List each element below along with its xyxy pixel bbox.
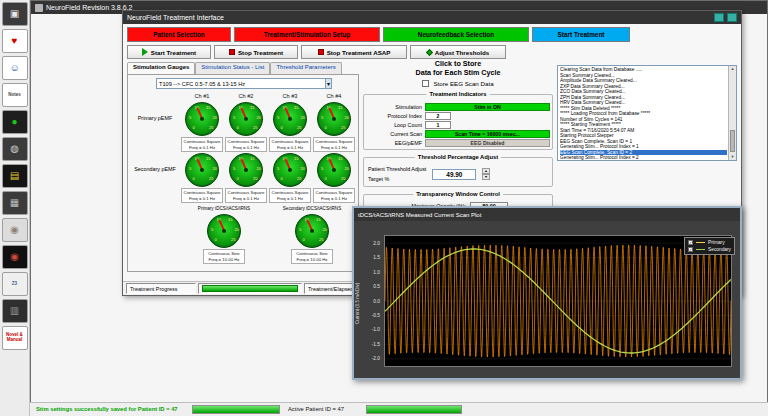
legend-swatch — [696, 249, 705, 251]
nav-start-treatment[interactable]: Start Treatment — [532, 27, 630, 42]
app-statusbar: Stim settings successfully saved for Pat… — [30, 402, 768, 416]
gauge-scale-number: 15 — [294, 157, 298, 161]
tab-stimulation-status-list[interactable]: Stimulation Status - List — [195, 62, 270, 74]
store-eeg-checkbox-row[interactable]: Store EEG Scan Data — [361, 80, 555, 87]
scroll-down-icon[interactable]: ▼ — [729, 154, 736, 160]
scroll-up-icon[interactable]: ▲ — [729, 66, 736, 72]
novel-manual-button[interactable]: Novel & Manual — [2, 326, 28, 350]
hardware-icon[interactable]: ▤ — [2, 164, 28, 188]
nav-patient-selection[interactable]: Patient Selection — [127, 27, 231, 42]
z-score-icon[interactable]: Z3 — [2, 272, 28, 296]
spinner-down-button[interactable]: ▼ — [482, 174, 489, 180]
brain-icon[interactable]: ◉ — [2, 218, 28, 242]
gauge-scale-number: 5 — [211, 228, 213, 232]
protocol-selector-value: T109 --> CFC 0.5-7.05 & 13-15 Hz — [159, 81, 245, 87]
keypad-icon[interactable]: ▦ — [2, 191, 28, 215]
threshold-percentage-group: Threshold Percentage Adjust Patient Thre… — [363, 157, 553, 187]
channel-header: Ch #4 — [327, 93, 342, 99]
legend-row-secondary[interactable]: ✓Secondary — [688, 246, 731, 253]
play-icon — [142, 48, 148, 56]
toolbar-adjust-thresholds[interactable]: Adjust Thresholds — [410, 45, 506, 59]
diamond-icon — [426, 48, 433, 55]
nav-treatment-stimulation-setup[interactable]: Treatment/Stimulation Setup — [234, 27, 380, 42]
eeg-cap-icon[interactable]: ◍ — [2, 137, 28, 161]
toolbar-row: Start TreatmentStop TreatmentStop Treatm… — [127, 45, 506, 59]
gauge-scale-number: 25 — [319, 238, 323, 242]
heart-hand-icon[interactable]: ♥ — [2, 29, 28, 53]
tabs-row: Stimulation GaugesStimulation Status - L… — [127, 62, 342, 74]
plot-window: tDCS/tACS/tRNS Measured Current Scan Plo… — [352, 206, 742, 380]
gauge-scale-number: 25 — [231, 238, 235, 242]
monitor-icon[interactable]: ▣ — [2, 2, 28, 26]
gauge-scale-number: 20 — [213, 167, 217, 171]
row-label-primary-pemf: Primary pEMF — [130, 116, 180, 122]
close-button[interactable] — [727, 13, 737, 22]
notes-icon[interactable]: Notes — [2, 83, 28, 107]
gauge-primary-pemf-ch4: 0510152025 — [317, 102, 351, 136]
gauge-scale-number: 20 — [345, 116, 349, 120]
gauge-secondary-pemf-ch4: 0510152025 — [317, 153, 351, 187]
row-label-primary-tdcs-tacs-trns: Primary tDCS/tACS/tRNS — [198, 206, 250, 211]
nav-neurofeedback-selection[interactable]: Neurofeedback Selection — [383, 27, 529, 42]
legend-checkbox[interactable]: ✓ — [688, 247, 693, 252]
session-record-icon[interactable]: ● — [2, 110, 28, 134]
gauge-scale-number: 15 — [250, 157, 254, 161]
gauge-secondary-pemf-ch2: 0510152025 — [229, 153, 263, 187]
active-patient-label: Active Patient ID = 47 — [288, 406, 344, 412]
treatment-titlebar[interactable]: NeuroField Treatment Interface — [123, 11, 741, 24]
patients-icon[interactable]: ☺ — [2, 56, 28, 80]
log-scrollbar[interactable]: ▲ ▼ — [728, 66, 736, 160]
gauge-hub — [332, 117, 336, 121]
gauge-hub — [288, 168, 292, 172]
log-entry[interactable]: Generating Stim... Protocol Index = 2 — [560, 155, 727, 161]
gauge-primary-pemf-ch1: 0510152025 — [185, 102, 219, 136]
indicator-label: Stimulation — [366, 104, 422, 110]
stim-mode-box: Continuous SquareFreq = 0.1 Hz — [313, 188, 355, 203]
protocol-selector[interactable]: T109 --> CFC 0.5-7.05 & 13-15 Hz ▾ — [156, 78, 332, 89]
gauge-scale-number: 0 — [215, 238, 217, 242]
sidebar: ▣♥☺Notes●◍▤▦◉◉Z3▥Novel & Manual — [0, 0, 30, 416]
app-icon — [35, 4, 43, 12]
treatment-indicators-title: Treatment Indicators — [426, 91, 489, 97]
store-data-title-line1: Click to Store — [361, 59, 555, 68]
plot-titlebar[interactable]: tDCS/tACS/tRNS Measured Current Scan Plo… — [354, 208, 740, 221]
stim-mode-box: Continuous SquareFreq = 0.1 Hz — [313, 137, 355, 152]
y-tick-label: 1.5 — [362, 255, 380, 260]
gauge-scale-number: 20 — [345, 167, 349, 171]
toolbar-start-treatment[interactable]: Start Treatment — [127, 45, 211, 59]
patient-threshold-value[interactable]: 49.90 — [432, 169, 476, 180]
indicator-label: Protocol Index — [366, 113, 422, 119]
indicator-current-scan: Scan Time = 16000 msec... — [425, 130, 550, 138]
stim-mode-box: Continuous SquareFreq = 0.1 Hz — [181, 137, 223, 152]
store-eeg-checkbox[interactable] — [422, 80, 429, 87]
brain-map-icon[interactable]: ◉ — [2, 245, 28, 269]
chevron-down-icon[interactable]: ▾ — [325, 79, 331, 88]
stim-mode-box: Continuous SquareFreq = 0.1 Hz — [225, 188, 267, 203]
waveform-chart — [385, 236, 731, 366]
scrollbar-thumb[interactable] — [730, 130, 735, 152]
stim-device-icon[interactable]: ▥ — [2, 299, 28, 323]
y-tick-label: 0.0 — [362, 299, 380, 304]
gauge-scale-number: 15 — [294, 106, 298, 110]
stim-mode-box: Continuous SquareFreq = 0.1 Hz — [269, 188, 311, 203]
middle-controls-column: Click to Store Data for Each Stim Cycle … — [361, 59, 555, 223]
gauge-scale-number: 5 — [233, 167, 235, 171]
gauge-scale-number: 20 — [213, 116, 217, 120]
tab-threshold-parameters[interactable]: Threshold Parameters — [270, 62, 341, 74]
channel-header: Ch #3 — [283, 93, 298, 99]
treatment-log-list[interactable]: Clearing Scan Data from Database .....Sc… — [557, 65, 737, 161]
legend-checkbox[interactable]: ✓ — [688, 240, 693, 245]
toolbar-stop-treatment-asap[interactable]: Stop Treatment ASAP — [301, 45, 407, 59]
minimize-button[interactable] — [714, 13, 724, 22]
gauge-hub — [200, 117, 204, 121]
y-tick-label: -2.0 — [362, 356, 380, 361]
legend-label: Primary — [708, 240, 725, 245]
toolbar-stop-treatment[interactable]: Stop Treatment — [214, 45, 298, 59]
gauge-hub — [244, 168, 248, 172]
store-data-title-line2: Data for Each Stim Cycle — [361, 68, 555, 77]
gauge-hub — [222, 229, 226, 233]
legend-row-primary[interactable]: ✓Primary — [688, 239, 731, 246]
legend-label: Secondary — [708, 247, 731, 252]
plot-area — [384, 235, 732, 367]
tab-stimulation-gauges[interactable]: Stimulation Gauges — [127, 62, 195, 74]
